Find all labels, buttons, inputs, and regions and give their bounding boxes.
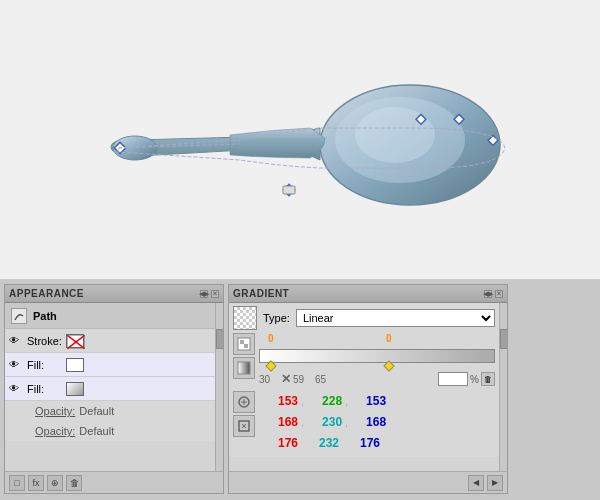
gradient-bar[interactable] — [259, 349, 495, 363]
gradient-colors-section: 153 , 228 , 153 168 , 230 , — [233, 391, 495, 453]
gradient-percent-area: % 🗑 — [337, 372, 495, 386]
gradient-panel: GRADIENT ◀▶ ✕ Type: Linear Radial — [228, 284, 508, 494]
fill2-row: 👁 Fill: — [5, 377, 215, 401]
appearance-panel-controls[interactable]: ◀▶ ✕ — [200, 290, 219, 298]
panels-area: APPEARANCE ◀▶ ✕ Path — [0, 280, 600, 500]
gradient-checker-swatch[interactable] — [233, 306, 257, 330]
appearance-fx-btn[interactable]: fx — [28, 475, 44, 491]
gradient-scrollbar[interactable] — [499, 303, 507, 471]
gradient-percent-label: % — [470, 374, 479, 385]
gradient-title: GRADIENT — [233, 288, 289, 299]
gradient-num1: 30 — [259, 374, 279, 385]
fill1-row: 👁 Fill: — [5, 353, 215, 377]
color-row-2: 168 , 230 , 168 — [263, 412, 495, 432]
canvas-area — [0, 0, 600, 280]
gradient-left-controls — [233, 333, 255, 379]
appearance-title: APPEARANCE — [9, 288, 84, 299]
spoon-container — [70, 60, 530, 220]
gradient-footer-btn1[interactable]: ◀ — [468, 475, 484, 491]
svg-rect-17 — [238, 362, 250, 374]
stop2-label: 0 — [386, 333, 392, 344]
gradient-color-grid: 153 , 228 , 153 168 , 230 , — [263, 391, 495, 453]
stop1-label: 0 — [268, 333, 274, 344]
appearance-add-btn[interactable]: ⊕ — [47, 475, 63, 491]
appearance-square-btn[interactable]: □ — [9, 475, 25, 491]
opacity1-value: Default — [79, 405, 114, 417]
gradient-percent-field[interactable] — [438, 372, 468, 386]
color-row-1: 153 , 228 , 153 — [263, 391, 495, 411]
appearance-panel-main: Path 👁 Stroke: — [5, 303, 215, 471]
gradient-bar-area: 0 0 — [259, 333, 495, 387]
gradient-bar-wrapper — [259, 349, 495, 369]
appearance-scrollbar[interactable] — [215, 303, 223, 471]
appearance-close-btn[interactable]: ✕ — [211, 290, 219, 298]
appearance-titlebar: APPEARANCE ◀▶ ✕ — [5, 285, 223, 303]
row-eye-fill2[interactable]: 👁 — [9, 383, 23, 394]
fill1-preview[interactable] — [66, 358, 84, 372]
gradient-footer: ◀ ▶ — [229, 471, 507, 493]
gradient-trash-btn[interactable]: 🗑 — [481, 372, 495, 386]
stroke-row: 👁 Stroke: — [5, 329, 215, 353]
gradient-color-icon2[interactable] — [233, 415, 255, 437]
gradient-type-row: Type: Linear Radial None — [233, 307, 495, 329]
gradient-num3: 65 — [315, 374, 335, 385]
appearance-footer-icons: □ fx ⊕ 🗑 — [9, 475, 82, 491]
color-b1: 153 — [351, 394, 386, 408]
sep-r1-2: , — [345, 395, 348, 407]
gradient-footer-btn2[interactable]: ▶ — [487, 475, 503, 491]
spoon-svg — [70, 60, 530, 220]
gradient-collapse-btn[interactable]: ◀▶ — [484, 290, 492, 298]
gradient-close-btn[interactable]: ✕ — [495, 290, 503, 298]
gradient-icon1[interactable] — [233, 333, 255, 355]
gradient-type-label: Type: — [263, 312, 290, 324]
gradient-panel-controls[interactable]: ◀▶ ✕ — [484, 290, 503, 298]
gradient-content: Type: Linear Radial None — [229, 303, 499, 457]
opacity2-label[interactable]: Opacity: — [35, 425, 75, 437]
gradient-stops-top: 0 0 — [259, 333, 495, 347]
svg-rect-15 — [240, 340, 244, 344]
sep-r1-1: , — [301, 395, 304, 407]
gradient-titlebar: GRADIENT ◀▶ ✕ — [229, 285, 507, 303]
gradient-panel-inner: Type: Linear Radial None — [229, 303, 507, 471]
svg-rect-10 — [283, 186, 295, 194]
opacity1-label[interactable]: Opacity: — [35, 405, 75, 417]
appearance-collapse-btn[interactable]: ◀▶ — [200, 290, 208, 298]
gradient-bar-section: 0 0 — [233, 333, 495, 387]
gradient-scroll-thumb[interactable] — [500, 329, 507, 349]
sep-r2-1: , — [301, 416, 304, 428]
color-b3: 176 — [345, 436, 380, 450]
appearance-trash-btn[interactable]: 🗑 — [66, 475, 82, 491]
fill2-preview[interactable] — [66, 382, 84, 396]
appearance-panel-inner: Path 👁 Stroke: — [5, 303, 223, 471]
svg-rect-16 — [244, 344, 248, 348]
color-r3: 176 — [263, 436, 298, 450]
sep-r2-2: , — [345, 416, 348, 428]
path-label: Path — [33, 310, 57, 322]
color-g3: 232 — [304, 436, 339, 450]
path-icon — [11, 308, 27, 324]
opacity2-value: Default — [79, 425, 114, 437]
opacity1-row: Opacity: Default — [5, 401, 215, 421]
gradient-color-icons — [233, 391, 259, 453]
gradient-type-select[interactable]: Linear Radial None — [296, 309, 495, 327]
gradient-panel-main: Type: Linear Radial None — [229, 303, 499, 471]
color-row-3: 176 232 176 — [263, 433, 495, 453]
gradient-x-icon: ✕ — [281, 372, 291, 386]
stroke-label: Stroke: — [27, 335, 62, 347]
opacity2-row: Opacity: Default — [5, 421, 215, 441]
stroke-preview[interactable] — [66, 334, 84, 348]
gradient-num2: 59 — [293, 374, 313, 385]
gradient-color-icon1[interactable] — [233, 391, 255, 413]
color-r1: 153 — [263, 394, 298, 408]
fill1-label: Fill: — [27, 359, 62, 371]
row-eye-fill1[interactable]: 👁 — [9, 359, 23, 370]
appearance-scroll-thumb[interactable] — [216, 329, 223, 349]
appearance-panel: APPEARANCE ◀▶ ✕ Path — [4, 284, 224, 494]
color-g2: 230 — [307, 415, 342, 429]
color-b2: 168 — [351, 415, 386, 429]
gradient-icon2[interactable] — [233, 357, 255, 379]
row-eye-stroke[interactable]: 👁 — [9, 335, 23, 346]
appearance-path-header: Path — [5, 303, 215, 329]
gradient-nums-row: 30 ✕ 59 65 % 🗑 — [259, 371, 495, 387]
appearance-footer: □ fx ⊕ 🗑 — [5, 471, 223, 493]
